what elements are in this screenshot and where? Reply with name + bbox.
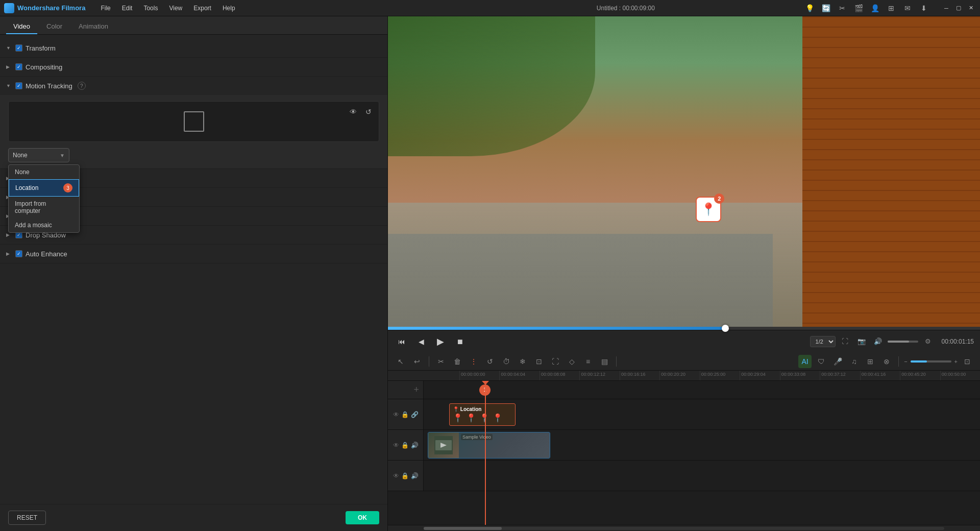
- speed-tool[interactable]: ⏱: [500, 355, 513, 368]
- crop-tl-icon[interactable]: ⊞: [864, 355, 877, 368]
- video-track-controls: 👁 🔒 🔊: [389, 442, 423, 449]
- motion-tracking-header[interactable]: ▼ ✓ Motion Tracking ?: [0, 77, 387, 95]
- freeze-tool[interactable]: ❄: [516, 355, 529, 368]
- transform-header[interactable]: ▼ ✓ Transform: [0, 39, 387, 57]
- dropdown-option-location[interactable]: Location 3: [9, 179, 79, 197]
- shield-icon[interactable]: 🛡: [815, 355, 828, 368]
- progress-bar[interactable]: [388, 327, 980, 330]
- volume-slider[interactable]: [888, 341, 918, 343]
- effect-type-dropdown[interactable]: None ▼: [8, 148, 69, 162]
- video-visibility-icon[interactable]: 👁: [393, 442, 399, 449]
- zoom-slider-track[interactable]: [911, 360, 951, 363]
- cut-tool[interactable]: ✂: [434, 355, 448, 368]
- compositing-header[interactable]: ▶ ✓ Compositing: [0, 58, 387, 76]
- tab-color[interactable]: Color: [39, 19, 69, 34]
- audio-mute-icon[interactable]: 🔊: [411, 472, 419, 479]
- menu-edit[interactable]: Edit: [117, 3, 138, 14]
- video-clip[interactable]: Sample Video: [428, 432, 550, 458]
- close-button[interactable]: ✕: [966, 3, 976, 13]
- play-back-button[interactable]: ◀: [413, 334, 429, 349]
- icon-4[interactable]: 🎬: [851, 1, 866, 15]
- compositing-chevron: ▶: [6, 64, 12, 69]
- reset-button[interactable]: RESET: [8, 511, 46, 525]
- audio-lock-icon[interactable]: 🔒: [401, 472, 409, 479]
- overlay-tool[interactable]: ▤: [598, 355, 611, 368]
- location-badge: 3: [63, 183, 72, 192]
- split-audio-tool[interactable]: ≡: [581, 355, 595, 368]
- audio-icon[interactable]: ♫: [847, 355, 861, 368]
- volume-icon[interactable]: 🔊: [871, 335, 885, 348]
- dropdown-option-none[interactable]: None: [9, 165, 79, 179]
- right-panel: 2 📍 ⏮ ◀ ▶ ⏹ 1/2 1/1 1/4 ⛶: [388, 16, 980, 531]
- auto-enhance-checkbox[interactable]: ✓: [15, 250, 22, 257]
- playhead-circle: 1: [479, 384, 491, 396]
- dropdown-option-import[interactable]: Import from computer: [9, 197, 79, 218]
- refresh-icon[interactable]: ↺: [362, 106, 375, 118]
- ok-button[interactable]: OK: [346, 511, 379, 524]
- ai-feature-icon[interactable]: AI: [798, 355, 812, 368]
- scrollbar-thumb[interactable]: [424, 527, 502, 530]
- screenshot-icon[interactable]: 📷: [855, 335, 868, 348]
- prev-frame-button[interactable]: ⏮: [394, 334, 409, 349]
- zoom-select[interactable]: 1/2 1/1 1/4: [810, 336, 836, 347]
- split-tool[interactable]: ⋮: [467, 355, 480, 368]
- zoom-slider-fill: [911, 360, 927, 363]
- motion-tracking-checkbox[interactable]: ✓: [15, 82, 22, 89]
- zoom-minus[interactable]: −: [904, 358, 907, 365]
- compositing-checkbox[interactable]: ✓: [15, 63, 22, 70]
- minimize-button[interactable]: ─: [941, 3, 951, 13]
- track-link-icon[interactable]: 🔗: [411, 411, 419, 418]
- menubar: File Edit Tools View Export Help: [95, 3, 449, 14]
- scrollbar-track[interactable]: [424, 527, 944, 530]
- cut-tl-icon[interactable]: ⊗: [880, 355, 893, 368]
- auto-enhance-header[interactable]: ▶ ✓ Auto Enhance: [0, 245, 387, 263]
- progress-thumb[interactable]: [722, 325, 729, 332]
- location-pins-row: 📍 📍 📍 📍: [453, 413, 503, 423]
- settings-icon[interactable]: ⚙: [921, 335, 935, 348]
- track-lock-icon[interactable]: 🔒: [401, 411, 409, 418]
- fullscreen-tl-tool[interactable]: ⛶: [549, 355, 562, 368]
- menu-view[interactable]: View: [164, 3, 187, 14]
- fullscreen-icon[interactable]: ⛶: [839, 335, 852, 348]
- rotate-tool[interactable]: ↺: [483, 355, 497, 368]
- add-track-icon[interactable]: +: [413, 384, 419, 395]
- delete-tool[interactable]: 🗑: [451, 355, 464, 368]
- cursor-tool[interactable]: ↖: [394, 355, 407, 368]
- location-track-content[interactable]: 📍 Location 📍 📍 📍 📍: [424, 399, 980, 429]
- menu-tools[interactable]: Tools: [138, 3, 163, 14]
- icon-5[interactable]: 👤: [868, 1, 882, 15]
- marker-tool[interactable]: ◇: [565, 355, 578, 368]
- icon-3[interactable]: ✂: [835, 1, 849, 15]
- mic-icon[interactable]: 🎤: [831, 355, 844, 368]
- menu-file[interactable]: File: [95, 3, 115, 14]
- ruler-mark-1: 00:00:04:04: [499, 371, 539, 380]
- video-audio-icon[interactable]: 🔊: [411, 442, 419, 449]
- audio-track-content[interactable]: [424, 461, 980, 491]
- tab-video[interactable]: Video: [6, 19, 37, 34]
- eye-icon[interactable]: 👁: [347, 106, 359, 118]
- icon-7[interactable]: ✉: [900, 1, 915, 15]
- icon-2[interactable]: 🔄: [819, 1, 833, 15]
- undo-tool[interactable]: ↩: [410, 355, 424, 368]
- video-track-content[interactable]: Sample Video: [424, 430, 980, 460]
- window-title: Untitled : 00:00:09:00: [597, 5, 655, 12]
- crop-tool[interactable]: ⊡: [532, 355, 546, 368]
- motion-tracking-help[interactable]: ?: [78, 82, 86, 90]
- tab-animation[interactable]: Animation: [71, 19, 115, 34]
- dropdown-option-mosaic[interactable]: Add a mosaic: [9, 218, 79, 232]
- play-button[interactable]: ▶: [433, 334, 448, 349]
- audio-visibility-icon[interactable]: 👁: [393, 472, 399, 479]
- video-lock-icon[interactable]: 🔒: [401, 442, 409, 449]
- transform-checkbox[interactable]: ✓: [15, 44, 22, 52]
- stop-button[interactable]: ⏹: [452, 334, 468, 349]
- zoom-plus[interactable]: +: [954, 358, 958, 365]
- fit-timeline-icon[interactable]: ⊡: [961, 355, 974, 368]
- menu-help[interactable]: Help: [217, 3, 240, 14]
- icon-1[interactable]: 💡: [802, 1, 817, 15]
- icon-6[interactable]: ⊞: [884, 1, 898, 15]
- maximize-button[interactable]: ▢: [953, 3, 964, 13]
- icon-8[interactable]: ⬇: [917, 1, 931, 15]
- menu-export[interactable]: Export: [188, 3, 216, 14]
- track-visibility-icon[interactable]: 👁: [393, 411, 399, 418]
- location-clip[interactable]: 📍 Location 📍 📍 📍 📍: [449, 403, 516, 426]
